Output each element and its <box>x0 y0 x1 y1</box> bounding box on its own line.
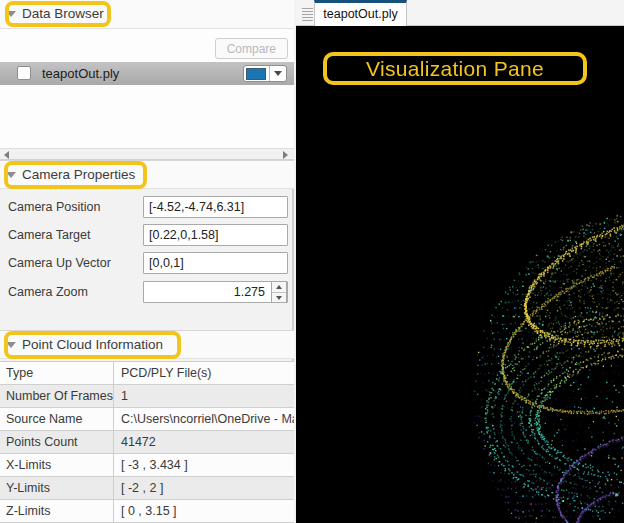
row-label: Z-Limits <box>0 500 114 523</box>
file-list-area: Compare teapotOut.ply <box>0 29 294 148</box>
file-checkbox[interactable] <box>17 66 31 80</box>
row-value: 41472 <box>115 431 294 454</box>
zoom-spinner <box>271 281 287 303</box>
compare-button[interactable]: Compare <box>215 38 288 59</box>
row-value: PCD/PLY File(s) <box>115 362 294 385</box>
table-row: Source Name C:\Users\ncorriel\OneDrive -… <box>0 408 294 431</box>
camera-zoom-label: Camera Zoom <box>8 281 88 303</box>
point-cloud-info-title: Point Cloud Information <box>22 331 163 359</box>
table-row: Points Count 41472 <box>0 431 294 454</box>
file-list-item[interactable]: teapotOut.ply <box>0 62 294 85</box>
scroll-right-icon[interactable] <box>283 151 288 159</box>
table-row: Y-Limits [ -2 , 2 ] <box>0 477 294 500</box>
splitbutton-divider <box>269 66 270 81</box>
collapse-chevron-icon[interactable] <box>6 342 16 348</box>
row-value: [ -2 , 2 ] <box>115 477 294 500</box>
spinner-up-icon[interactable] <box>276 285 282 289</box>
row-value: C:\Users\ncorriel\OneDrive - Ma <box>115 408 294 431</box>
tab-bar: teapotOut.ply <box>296 0 624 26</box>
point-cloud-info-table: Type PCD/PLY File(s) Number Of Frames 1 … <box>0 361 294 523</box>
point-cloud-canvas[interactable] <box>296 26 624 523</box>
camera-position-input[interactable] <box>143 196 288 218</box>
tab-label: teapotOut.ply <box>323 7 397 21</box>
color-picker-splitbutton[interactable] <box>243 65 287 82</box>
horizontal-scrollbar[interactable] <box>0 148 294 160</box>
camera-target-label: Camera Target <box>8 224 90 246</box>
camera-zoom-row: Camera Zoom <box>0 281 294 303</box>
collapse-chevron-icon[interactable] <box>6 172 16 178</box>
camera-target-row: Camera Target <box>0 224 294 246</box>
point-cloud-viewport[interactable]: Visualization Pane <box>296 26 624 523</box>
camera-upvector-input[interactable] <box>143 252 288 274</box>
row-label: Y-Limits <box>0 477 114 500</box>
scroll-left-icon[interactable] <box>4 151 9 159</box>
table-row: Number Of Frames 1 <box>0 385 294 408</box>
row-value: [ 0 , 3.15 ] <box>115 500 294 523</box>
data-browser-header: Data Browser <box>0 0 294 29</box>
camera-properties-title: Camera Properties <box>22 161 135 189</box>
grip-handle-icon[interactable] <box>302 6 313 21</box>
data-browser-title: Data Browser <box>22 0 104 28</box>
data-browser-panel: Data Browser Compare teapotOut.ply Camer… <box>0 0 294 523</box>
table-row: Z-Limits [ 0 , 3.15 ] <box>0 500 294 523</box>
spinner-divider <box>272 292 286 293</box>
row-label: Number Of Frames <box>0 385 114 408</box>
table-row: X-Limits [ -3 , 3.434 ] <box>0 454 294 477</box>
color-swatch-icon[interactable] <box>246 68 266 80</box>
camera-target-input[interactable] <box>143 224 288 246</box>
visualization-pane: teapotOut.ply Visualization Pane <box>296 0 624 523</box>
point-cloud-info-header: Point Cloud Information <box>0 330 294 359</box>
camera-upvector-label: Camera Up Vector <box>8 252 111 274</box>
spinner-down-icon[interactable] <box>276 296 282 300</box>
camera-position-row: Camera Position <box>0 196 294 218</box>
row-label: X-Limits <box>0 454 114 477</box>
collapse-chevron-icon[interactable] <box>6 11 16 17</box>
camera-upvector-row: Camera Up Vector <box>0 252 294 274</box>
tab-teapotout[interactable]: teapotOut.ply <box>314 0 407 26</box>
file-name-label: teapotOut.ply <box>42 62 119 85</box>
camera-zoom-input[interactable] <box>143 281 288 303</box>
row-label: Points Count <box>0 431 114 454</box>
chevron-down-icon[interactable] <box>274 71 282 76</box>
row-value: [ -3 , 3.434 ] <box>115 454 294 477</box>
row-label: Source Name <box>0 408 114 431</box>
camera-properties-header: Camera Properties <box>0 160 294 189</box>
table-row: Type PCD/PLY File(s) <box>0 362 294 385</box>
lidar-viewer-window: Data Browser Compare teapotOut.ply Camer… <box>0 0 624 523</box>
camera-position-label: Camera Position <box>8 196 100 218</box>
row-value: 1 <box>115 385 294 408</box>
row-label: Type <box>0 362 114 385</box>
